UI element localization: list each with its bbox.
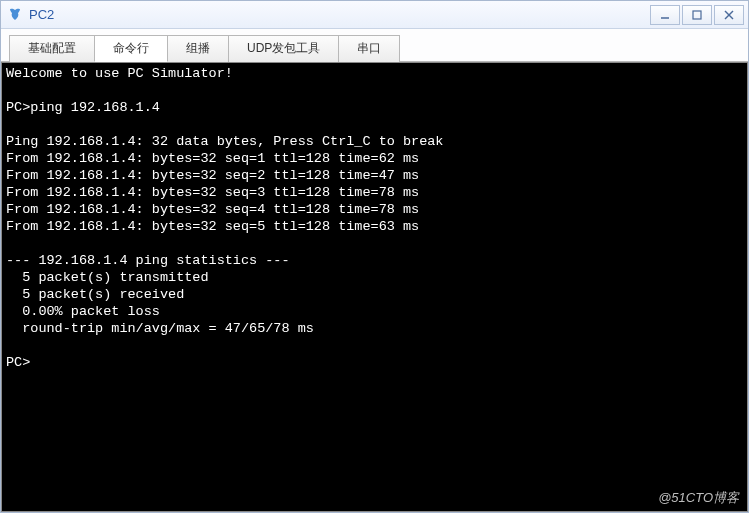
minimize-button[interactable] [650, 5, 680, 25]
titlebar[interactable]: PC2 [1, 1, 748, 29]
app-window: PC2 基础配置 命令行 组播 UDP发包工具 串口 Welcome to us… [0, 0, 749, 513]
tab-multicast[interactable]: 组播 [167, 35, 229, 62]
terminal-output[interactable]: Welcome to use PC Simulator! PC>ping 192… [1, 62, 748, 512]
tab-serial[interactable]: 串口 [338, 35, 400, 62]
tab-command-line[interactable]: 命令行 [94, 35, 168, 62]
maximize-button[interactable] [682, 5, 712, 25]
window-controls [648, 5, 744, 25]
close-button[interactable] [714, 5, 744, 25]
tab-basic-config[interactable]: 基础配置 [9, 35, 95, 62]
tab-bar: 基础配置 命令行 组播 UDP发包工具 串口 [1, 29, 748, 62]
window-title: PC2 [29, 7, 648, 22]
svg-rect-1 [693, 11, 701, 19]
terminal-container: Welcome to use PC Simulator! PC>ping 192… [1, 61, 748, 512]
tab-udp-tool[interactable]: UDP发包工具 [228, 35, 339, 62]
app-icon [7, 7, 23, 23]
